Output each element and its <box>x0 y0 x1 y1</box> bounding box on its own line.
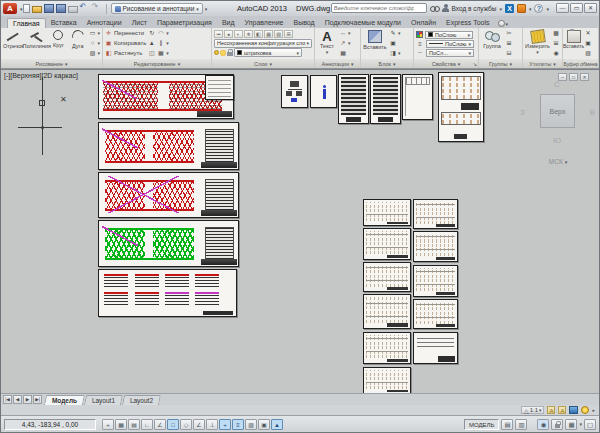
layer-off-icon[interactable]: ● <box>224 30 233 38</box>
ortho-mode-toggle[interactable]: ∟ <box>141 419 153 430</box>
dimension-button[interactable]: ↔ <box>339 30 351 37</box>
mirror-button[interactable]: ▲ <box>148 40 155 47</box>
table-button[interactable]: ▦ <box>339 50 351 57</box>
viewcube-west[interactable]: З <box>520 108 525 117</box>
drawing-sheet-schedule[interactable] <box>413 199 458 229</box>
quick-view-layouts-button[interactable]: ▥ <box>515 419 527 430</box>
ribbon-tab-Главная[interactable]: Главная <box>7 18 46 28</box>
layer-match-icon[interactable]: ▦ <box>264 30 273 38</box>
create-block-button[interactable]: ✎ <box>389 30 401 37</box>
edit-block-button[interactable]: ▣ <box>389 40 401 47</box>
hardware-acceleration-button[interactable]: ▦ <box>565 419 577 430</box>
panel-utilities-footer[interactable]: Утилиты <box>523 59 562 68</box>
viewcube-east[interactable]: В <box>590 108 595 117</box>
open-file-icon[interactable] <box>32 6 42 13</box>
lineweight-dropdown[interactable]: ПоСлою <box>426 40 474 48</box>
snap-mode-toggle[interactable]: ▦ <box>115 419 127 430</box>
drawing-sheet-table-dark[interactable] <box>338 74 369 124</box>
drawing-sheet-schedule[interactable] <box>363 367 411 393</box>
ribbon-tab-Вид[interactable]: Вид <box>217 18 240 28</box>
panel-properties-footer[interactable]: Свойства <box>414 59 478 68</box>
workspace-dropdown[interactable]: Рисование и аннотации <box>111 3 203 14</box>
match-properties-button[interactable]: ▨ <box>584 50 592 57</box>
current-layer-dropdown[interactable]: штриховка <box>234 48 302 57</box>
drawing-sheet-truss-green[interactable] <box>98 220 239 267</box>
qat-customize-caret-icon[interactable] <box>205 5 208 12</box>
group-button[interactable]: Группа <box>481 29 503 58</box>
panel-annotation-footer[interactable]: Аннотации <box>315 59 360 68</box>
selection-cycling-toggle[interactable]: ▲ <box>271 419 283 430</box>
maximize-button[interactable]: ▭ <box>570 3 583 13</box>
layer-lock-icon[interactable]: ◧ <box>254 30 263 38</box>
search-input[interactable] <box>332 5 416 11</box>
paste-button[interactable]: Вставить <box>565 29 582 58</box>
next-layout-button[interactable]: ▶ <box>23 395 32 404</box>
leader-button[interactable]: ↗ <box>339 40 351 47</box>
copy-clip-button[interactable]: ▣ <box>584 40 592 47</box>
drawing-sheet-table-dark[interactable] <box>370 74 401 124</box>
drawing-status-bulb-icon[interactable] <box>581 406 589 414</box>
signin-link[interactable]: Вход в службы <box>452 5 497 12</box>
group-edit-button[interactable]: ⊞ <box>505 40 513 47</box>
ribbon-tab-Express Tools[interactable]: Express Tools <box>441 18 494 28</box>
help-icon[interactable]: ? <box>534 4 543 13</box>
drawing-sheet-figure[interactable] <box>310 75 337 108</box>
drawing-sheet-truss-side[interactable] <box>98 122 239 170</box>
panel-modify-footer[interactable]: Редактирование <box>103 59 211 68</box>
undo-icon[interactable] <box>80 4 90 13</box>
drawing-sheet-schedule[interactable] <box>363 228 411 260</box>
ungroup-button[interactable]: ✂ <box>505 30 513 37</box>
workspace-switching-button[interactable]: ◉ <box>537 419 549 430</box>
autocad-logo-icon[interactable]: A <box>3 3 17 14</box>
panel-draw-footer[interactable]: Рисование <box>1 59 102 68</box>
plot-icon[interactable] <box>68 6 78 13</box>
layer-freeze-icon[interactable]: ❄ <box>244 30 253 38</box>
drawing-sheet-schedule[interactable] <box>413 299 458 329</box>
dynamic-input-toggle[interactable]: + <box>219 419 231 430</box>
scale-button[interactable]: ◫ <box>148 50 155 57</box>
first-layout-button[interactable]: |◀ <box>3 395 12 404</box>
3d-object-snap-toggle[interactable]: ◇ <box>180 419 192 430</box>
hatch-tool-button[interactable]: ▨ <box>88 50 100 57</box>
linetype-dropdown[interactable]: ПоСл... <box>426 49 474 57</box>
drawing-sheet-table-empty[interactable] <box>402 74 433 120</box>
new-file-icon[interactable] <box>23 4 30 13</box>
ribbon-tab-Вывод[interactable]: Вывод <box>289 18 320 28</box>
ribbon-tab-Вставка[interactable]: Вставка <box>46 18 82 28</box>
ribbon-cycle-icon[interactable] <box>498 20 505 27</box>
line-button[interactable]: Отрезок <box>3 29 24 58</box>
ribbon-tab-Подключаемые модули[interactable]: Подключаемые модули <box>320 18 406 28</box>
move-button[interactable]: ✛Перенести <box>105 30 146 37</box>
signin-caret-icon[interactable] <box>499 5 502 12</box>
show-transparency-toggle[interactable]: ▨ <box>245 419 257 430</box>
drawing-sheet-spec[interactable] <box>438 72 484 142</box>
dynamic-ucs-toggle[interactable]: ⊥ <box>206 419 218 430</box>
ribbon-tab-Аннотации[interactable]: Аннотации <box>82 18 127 28</box>
viewcube-south[interactable]: Ю <box>553 136 561 145</box>
drawing-sheet-schedule[interactable] <box>363 199 411 226</box>
viewcube-top-face[interactable]: Верх <box>540 94 575 128</box>
block-attributes-button[interactable]: ◨ <box>389 50 401 57</box>
drawing-sheet-details[interactable] <box>98 269 237 317</box>
layer-state-dropdown[interactable]: Несохраненная конфигурация сло <box>214 39 312 48</box>
save-icon[interactable] <box>44 4 54 13</box>
layout-tab-Layout2[interactable]: Layout2 <box>122 395 161 405</box>
copy-button[interactable]: ▣Копировать <box>105 40 146 47</box>
coordinates-readout[interactable]: 4,43, -183,94 , 0,00 <box>4 419 96 430</box>
viewcube-wcs-menu[interactable]: МСК <box>538 156 578 166</box>
ribbon-cycle-caret-icon[interactable] <box>506 20 509 27</box>
ribbon-tab-Лист[interactable]: Лист <box>127 18 152 28</box>
object-snap-tracking-toggle[interactable]: ∠ <box>193 419 205 430</box>
clean-screen-button[interactable]: ▢ <box>584 419 596 430</box>
quick-select-button[interactable]: ▩ <box>552 30 560 37</box>
color-palette-icon[interactable] <box>416 31 423 38</box>
annotation-scale-dropdown[interactable]: △ 1:1 <box>521 406 544 414</box>
quick-properties-toggle[interactable]: ▣ <box>258 419 270 430</box>
status-menu-caret-icon[interactable]: ▾ <box>579 421 582 427</box>
autodesk360-caret-icon[interactable] <box>529 5 532 12</box>
drawing-sheet-document[interactable] <box>413 332 458 364</box>
stretch-button[interactable]: ◧Растянуть <box>105 50 146 57</box>
polar-tracking-toggle[interactable]: ∠ <box>154 419 166 430</box>
fillet-button[interactable]: ◠ <box>157 30 169 37</box>
show-lineweight-toggle[interactable]: ≡ <box>232 419 244 430</box>
